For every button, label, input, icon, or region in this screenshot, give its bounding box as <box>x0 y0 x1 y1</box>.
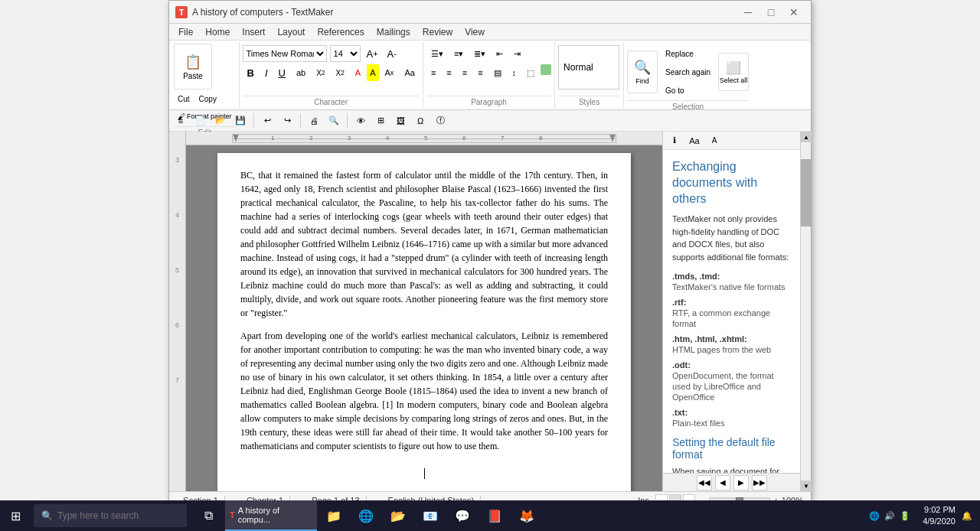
scroll-thumb[interactable] <box>801 159 811 226</box>
style-selector[interactable]: Normal <box>558 45 619 90</box>
panel-info-icon[interactable]: ℹ <box>666 132 683 149</box>
minimize-button[interactable]: ─ <box>737 2 759 23</box>
search-again-button[interactable]: Search again <box>661 64 715 80</box>
zoom-out-btn[interactable]: 🔍 <box>325 112 342 129</box>
nav-last-button[interactable]: ▶▶ <box>752 475 767 490</box>
align-left-button[interactable]: ≡ <box>426 64 440 81</box>
title-bar: T A history of computers - TextMaker ─ □… <box>169 1 811 24</box>
indent-decrease-button[interactable]: ⇤ <box>492 45 508 62</box>
taskbar-clock[interactable]: 9:02 PM 4/9/2020 <box>923 504 956 528</box>
restore-button[interactable]: □ <box>760 2 782 23</box>
menu-layout[interactable]: Layout <box>271 24 311 40</box>
textmaker-taskbar-button[interactable]: T A history of compu... <box>225 500 317 531</box>
view-btn[interactable]: 👁 <box>352 112 369 129</box>
underline-button[interactable]: U <box>274 64 290 81</box>
subscript-button[interactable]: X2 <box>312 64 329 81</box>
justify-button[interactable]: ≡ <box>473 64 487 81</box>
mail-button[interactable]: 📧 <box>415 500 446 531</box>
textmaker-label: A history of compu... <box>238 506 312 524</box>
font-family-select[interactable]: Times New Roman <box>243 45 327 62</box>
app6-button[interactable]: 💬 <box>447 500 478 531</box>
taskbar-search-box[interactable]: 🔍 <box>34 504 187 527</box>
nav-first-button[interactable]: ◀◀ <box>697 475 712 490</box>
app7-button[interactable]: 📕 <box>479 500 510 531</box>
panel-text-icon[interactable]: A <box>706 132 723 149</box>
superscript-button[interactable]: X2 <box>332 64 349 81</box>
panel-item-odt-title: .odt: <box>672 360 691 370</box>
shading-button[interactable] <box>541 64 551 75</box>
panel-item-txt-desc: Plain-text files <box>672 419 724 428</box>
panel-content: Exchanging documents with others TextMak… <box>663 150 800 473</box>
paste-button[interactable]: 📋 Paste <box>174 44 212 90</box>
start-button[interactable]: ⊞ <box>0 500 31 531</box>
paragraph-2: Apart from developing one of the world's… <box>240 329 608 453</box>
app8-button[interactable]: 🦊 <box>511 500 542 531</box>
font-shrink-button[interactable]: A- <box>384 45 400 62</box>
align-center-button[interactable]: ≡ <box>442 64 456 81</box>
multilevel-button[interactable]: ≣▾ <box>469 45 490 62</box>
replace-button[interactable]: Replace <box>661 45 715 62</box>
files-button[interactable]: 📂 <box>383 500 413 531</box>
italic-button[interactable]: I <box>260 64 273 81</box>
columns-button[interactable]: ▤ <box>489 64 506 81</box>
menu-file[interactable]: File <box>172 24 199 40</box>
undo-btn[interactable]: ↩ <box>259 112 276 129</box>
nav-next-button[interactable]: ▶ <box>733 475 749 490</box>
print-btn[interactable]: 🖨 <box>305 112 322 129</box>
table-btn[interactable]: ⊞ <box>372 112 389 129</box>
bullets-button[interactable]: ☰▾ <box>426 45 448 62</box>
panel-aa-icon[interactable]: Aa <box>686 132 703 149</box>
font-color-button[interactable]: A <box>351 64 365 81</box>
special-char-btn[interactable]: Ω <box>412 112 429 129</box>
select-all-button[interactable]: ⬜ Select all <box>718 53 749 91</box>
bold-button[interactable]: B <box>243 64 259 81</box>
goto-button[interactable]: Go to <box>661 82 715 99</box>
text-case-button[interactable]: Aa <box>400 64 419 81</box>
highlight-button[interactable]: A <box>367 64 378 81</box>
numbering-button[interactable]: ≡▾ <box>449 45 468 62</box>
close-button[interactable]: ✕ <box>783 2 805 23</box>
cut-button[interactable]: Cut <box>174 90 194 107</box>
scroll-up-button[interactable]: ▲ <box>801 132 812 142</box>
notification-button[interactable]: 🔔 <box>962 511 972 521</box>
strikethrough-button[interactable]: ab <box>292 64 310 81</box>
network-icon[interactable]: 🌐 <box>869 511 880 521</box>
search-icon: 🔍 <box>634 59 651 76</box>
open-btn[interactable]: 📂 <box>212 112 229 129</box>
new-doc-btn[interactable]: 📄 <box>192 112 209 129</box>
align-left-tb[interactable]: ≡ <box>172 112 189 129</box>
footnote-btn[interactable]: ⓕ <box>432 112 449 129</box>
nav-prev-button[interactable]: ◀ <box>715 475 730 490</box>
menu-view[interactable]: View <box>459 24 491 40</box>
taskbar-search-input[interactable] <box>57 510 179 521</box>
task-view-button[interactable]: ⧉ <box>193 500 224 531</box>
menu-review[interactable]: Review <box>416 24 459 40</box>
save-btn[interactable]: 💾 <box>232 112 249 129</box>
menu-insert[interactable]: Insert <box>236 24 271 40</box>
font-size-select[interactable]: 14 <box>330 45 361 62</box>
vertical-scrollbar[interactable]: ▲ ▼ <box>800 132 811 491</box>
scroll-down-button[interactable]: ▼ <box>801 481 812 491</box>
file-explorer-button[interactable]: 📁 <box>318 500 349 531</box>
panel-item-txt-title: .txt: <box>672 408 688 417</box>
scroll-track[interactable] <box>801 142 811 481</box>
clear-format-button[interactable]: Ax <box>381 64 399 81</box>
edge-button[interactable]: 🌐 <box>351 500 381 531</box>
copy-button[interactable]: Copy <box>195 90 220 107</box>
align-right-button[interactable]: ≡ <box>458 64 472 81</box>
volume-icon[interactable]: 🔊 <box>884 511 895 521</box>
find-button[interactable]: 🔍 Find <box>627 50 658 93</box>
menu-references[interactable]: References <box>311 24 370 40</box>
menu-mailings[interactable]: Mailings <box>371 24 416 40</box>
document-text[interactable]: BC, that it remained the fastest form of… <box>240 168 608 483</box>
line-spacing-button[interactable]: ↕ <box>508 64 521 81</box>
document-area[interactable]: 1 2 3 4 5 6 7 8 BC, that it remained the… <box>186 132 662 491</box>
borders-button[interactable]: ⬚ <box>522 64 539 81</box>
indent-increase-button[interactable]: ⇥ <box>509 45 525 62</box>
redo-btn[interactable]: ↪ <box>279 112 296 129</box>
battery-icon[interactable]: 🔋 <box>900 511 910 521</box>
document-page[interactable]: BC, that it remained the fastest form of… <box>217 153 631 491</box>
font-grow-button[interactable]: A+ <box>364 45 381 62</box>
menu-home[interactable]: Home <box>199 24 236 40</box>
insert-pic-btn[interactable]: 🖼 <box>392 112 409 129</box>
